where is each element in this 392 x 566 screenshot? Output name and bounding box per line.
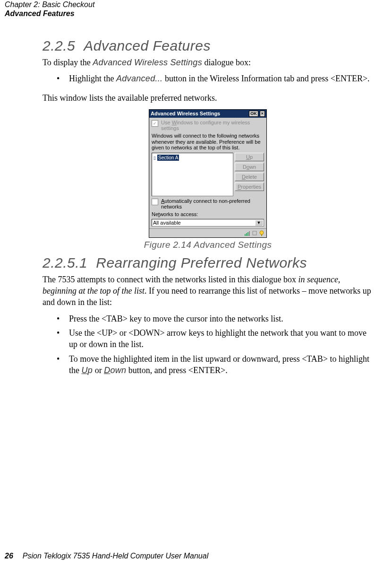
networks-list[interactable]: ▯ Section A (152, 153, 233, 196)
page-content: 2.2.5Advanced Features To display the Ad… (43, 38, 373, 383)
running-header: Chapter 2: Basic Checkout Advanced Featu… (5, 0, 94, 18)
header-section: Advanced Features (5, 9, 94, 18)
delete-button[interactable]: Delete (235, 173, 264, 181)
heading-225: 2.2.5Advanced Features (43, 38, 373, 54)
networks-access-label: Networks to access: (152, 211, 264, 217)
dialog-title: Advanced Wireless Settings (151, 111, 247, 116)
svg-rect-3 (249, 231, 250, 236)
page-number: 26 (5, 552, 13, 560)
figure-caption: Figure 2.14 Advanced Settings (43, 240, 373, 250)
dialog-body: ✓ Use Windows to configure my wireless s… (149, 118, 266, 228)
signal-icon (245, 230, 250, 236)
close-button[interactable]: × (260, 111, 265, 117)
ui-term-advanced: Advanced... (116, 74, 162, 83)
wifi-icon: ▯ (153, 156, 156, 160)
checkbox-auto-connect[interactable] (152, 199, 158, 205)
dialog-window: Advanced Wireless Settings OK × ✓ Use Wi… (149, 109, 267, 238)
after-paragraph: This window lists the available preferre… (43, 92, 373, 104)
checkbox-row-use-windows: ✓ Use Windows to configure my wireless s… (152, 120, 264, 131)
checkbox-use-windows[interactable]: ✓ (152, 120, 158, 127)
figure-214: Advanced Wireless Settings OK × ✓ Use Wi… (43, 109, 373, 250)
checkbox-label-use-windows: Use Windows to configure my wireless set… (161, 120, 264, 131)
network-item[interactable]: Section A (157, 155, 179, 161)
properties-button[interactable]: Properties (235, 183, 264, 191)
bullet-highlight-advanced: Highlight the Advanced... button in the … (57, 73, 373, 84)
bullet-list-1: Highlight the Advanced... button in the … (57, 73, 373, 84)
networks-access-select[interactable]: All available ▼ (152, 219, 264, 226)
svg-rect-4 (253, 231, 256, 235)
heading-number-2251: 2.2.5.1 (43, 255, 87, 270)
up-button[interactable]: Up (235, 153, 264, 161)
networks-access-row: All available ▼ (152, 219, 264, 226)
paragraph-2251: The 7535 attempts to connect with the ne… (43, 274, 373, 308)
manual-title: Psion Teklogix 7535 Hand-Held Computer U… (23, 552, 208, 560)
ok-button[interactable]: OK (249, 111, 258, 117)
button-column: Up Down Delete Properties (235, 153, 264, 196)
page-footer: 26Psion Teklogix 7535 Hand-Held Computer… (5, 552, 208, 560)
dialog-info-text: Windows will connect to the following ne… (152, 133, 264, 151)
header-chapter: Chapter 2: Basic Checkout (5, 0, 94, 9)
bulb-icon (259, 230, 264, 236)
ui-term-aws: Advanced Wireless Settings (93, 58, 202, 67)
bullet-tab: Press the <TAB> key to move the cursor i… (57, 313, 373, 324)
select-value: All available (153, 220, 181, 226)
connection-icon (252, 230, 257, 236)
heading-title: Advanced Features (84, 38, 211, 53)
svg-point-5 (260, 231, 264, 235)
svg-rect-2 (247, 232, 248, 236)
dialog-middle-row: ▯ Section A Up Down Delete Properties (152, 153, 264, 196)
taskbar-tray (149, 228, 266, 237)
svg-rect-0 (245, 234, 246, 236)
checkbox-row-auto: Automatically connect to non-preferred n… (152, 198, 264, 209)
svg-rect-6 (261, 235, 262, 236)
down-button[interactable]: Down (235, 163, 264, 171)
heading-number: 2.2.5 (43, 38, 75, 53)
heading-title-2251: Rearranging Preferred Networks (96, 255, 307, 270)
bullet-list-2: Press the <TAB> key to move the cursor i… (57, 313, 373, 376)
intro-paragraph: To display the Advanced Wireless Setting… (43, 57, 373, 68)
dialog-titlebar: Advanced Wireless Settings OK × (149, 110, 266, 118)
heading-2251: 2.2.5.1Rearranging Preferred Networks (43, 255, 373, 271)
svg-rect-1 (246, 233, 247, 236)
bullet-move: To move the highlighted item in the list… (57, 353, 373, 376)
checkbox-label-auto: Automatically connect to non-preferred n… (161, 198, 264, 209)
bullet-arrows: Use the <UP> or <DOWN> arrow keys to hig… (57, 327, 373, 350)
chevron-down-icon: ▼ (255, 220, 263, 226)
